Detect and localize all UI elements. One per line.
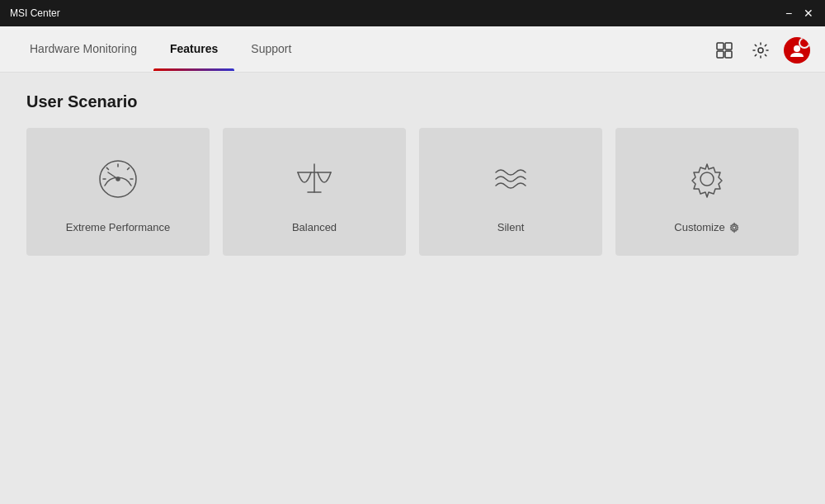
extreme-performance-icon: [89, 150, 147, 208]
settings-icon: [752, 41, 770, 59]
title-bar: MSI Center − ✕: [0, 0, 825, 26]
balanced-icon: [285, 150, 343, 208]
svg-point-4: [758, 48, 763, 53]
customize-small-gear-icon: [728, 222, 740, 233]
title-bar-left: MSI Center: [10, 7, 60, 19]
silent-icon: [482, 150, 540, 208]
svg-point-17: [700, 172, 714, 186]
section-title: User Scenario: [26, 92, 799, 111]
tab-features[interactable]: Features: [153, 27, 234, 73]
svg-line-12: [106, 167, 108, 169]
svg-point-5: [794, 45, 800, 52]
svg-line-13: [128, 167, 130, 169]
svg-rect-2: [717, 51, 724, 58]
extreme-performance-label: Extreme Performance: [66, 221, 170, 233]
tab-support-label: Support: [251, 42, 291, 55]
balanced-label: Balanced: [292, 221, 337, 233]
nav-bar: Hardware Monitoring Features Support: [0, 26, 825, 73]
customize-label: Customize: [674, 221, 739, 233]
scales-icon: [290, 154, 339, 204]
avatar: [784, 37, 810, 64]
close-button[interactable]: ✕: [802, 7, 815, 20]
waves-icon: [486, 154, 535, 204]
svg-rect-0: [717, 43, 724, 49]
notification-dot: [802, 38, 809, 45]
silent-label: Silent: [497, 221, 525, 233]
scenario-card-balanced[interactable]: Balanced: [223, 128, 406, 256]
svg-rect-3: [725, 51, 732, 58]
tab-hardware-monitoring-label: Hardware Monitoring: [30, 42, 137, 55]
minimize-button[interactable]: −: [782, 7, 795, 20]
scenario-card-silent[interactable]: Silent: [419, 128, 602, 256]
title-bar-controls: − ✕: [782, 7, 815, 20]
main-content: User Scenario Extreme Performance: [0, 73, 825, 504]
svg-point-18: [733, 226, 736, 229]
grid-icon: [715, 41, 733, 59]
scenario-card-extreme-performance[interactable]: Extreme Performance: [26, 128, 210, 256]
tab-hardware-monitoring[interactable]: Hardware Monitoring: [13, 27, 153, 73]
speedometer-icon: [93, 154, 143, 204]
gear-large-icon: [682, 154, 732, 204]
profile-button[interactable]: [782, 35, 812, 65]
settings-button[interactable]: [746, 35, 776, 65]
nav-tabs: Hardware Monitoring Features Support: [13, 26, 308, 72]
customize-icon: [678, 150, 736, 208]
avatar-icon: [787, 40, 807, 60]
svg-point-8: [116, 177, 120, 181]
tab-support[interactable]: Support: [234, 27, 308, 73]
nav-actions: [710, 35, 812, 72]
svg-rect-1: [725, 43, 732, 49]
grid-view-button[interactable]: [710, 35, 739, 65]
scenario-card-customize[interactable]: Customize: [615, 128, 799, 256]
tab-features-label: Features: [170, 42, 218, 55]
scenario-grid: Extreme Performance Balanced: [26, 128, 799, 256]
app-title: MSI Center: [10, 7, 60, 19]
